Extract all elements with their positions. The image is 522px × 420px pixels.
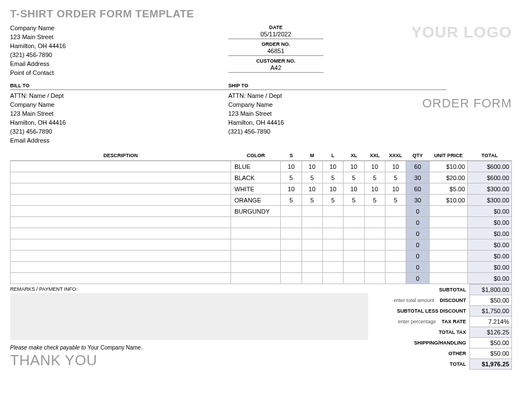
cell-up[interactable] <box>429 206 467 217</box>
cell-qty[interactable]: 0 <box>406 217 429 228</box>
cell-xxxl[interactable] <box>385 273 406 284</box>
cell-qty[interactable]: 0 <box>406 273 429 284</box>
cell-tot[interactable]: $0.00 <box>468 239 512 251</box>
cell-color[interactable] <box>231 251 281 262</box>
cell-tot[interactable]: $0.00 <box>468 273 512 284</box>
other-value[interactable]: $50.00 <box>469 348 512 359</box>
cell-qty[interactable]: 30 <box>406 195 429 206</box>
cell-xxl[interactable] <box>364 228 385 239</box>
cell-xxl[interactable]: 10 <box>364 183 385 195</box>
cell-color[interactable]: BLUE <box>231 161 281 172</box>
cell-desc[interactable] <box>11 217 231 228</box>
cell-s[interactable]: 5 <box>281 172 302 183</box>
cell-up[interactable] <box>429 273 467 284</box>
cell-l[interactable]: 10 <box>322 161 343 172</box>
cell-tot[interactable]: $600.00 <box>468 172 512 183</box>
cell-s[interactable] <box>281 262 302 273</box>
cell-color[interactable] <box>231 273 281 284</box>
cell-m[interactable] <box>302 251 322 262</box>
cell-xxxl[interactable]: 5 <box>385 172 406 183</box>
cell-qty[interactable]: 0 <box>406 239 429 251</box>
tax-rate-value[interactable]: 7.214% <box>469 316 512 327</box>
cell-qty[interactable]: 0 <box>406 262 429 273</box>
discount-value[interactable]: $50.00 <box>469 295 512 306</box>
cell-qty[interactable]: 60 <box>406 183 429 195</box>
cell-xl[interactable]: 10 <box>344 183 364 195</box>
cell-tot[interactable]: $0.00 <box>468 206 512 217</box>
cell-l[interactable] <box>322 262 343 273</box>
cell-color[interactable] <box>231 262 281 273</box>
cell-desc[interactable] <box>11 161 231 172</box>
cell-s[interactable] <box>281 206 302 217</box>
cell-xxxl[interactable] <box>385 217 406 228</box>
cell-tot[interactable]: $0.00 <box>468 228 512 239</box>
cell-color[interactable]: BLACK <box>231 172 281 183</box>
cell-tot[interactable]: $600.00 <box>468 161 512 172</box>
cell-xxl[interactable]: 5 <box>364 172 385 183</box>
cell-xxxl[interactable]: 10 <box>385 161 406 172</box>
cell-xxl[interactable] <box>364 206 385 217</box>
cell-m[interactable]: 10 <box>302 183 322 195</box>
cell-desc[interactable] <box>11 228 231 239</box>
cell-xl[interactable] <box>344 217 364 228</box>
cell-s[interactable] <box>281 217 302 228</box>
cell-qty[interactable]: 60 <box>406 161 429 172</box>
cell-up[interactable] <box>429 251 467 262</box>
cell-color[interactable] <box>231 228 281 239</box>
cell-s[interactable]: 10 <box>281 161 302 172</box>
cell-up[interactable] <box>429 262 467 273</box>
cell-tot[interactable]: $0.00 <box>468 262 512 273</box>
cell-xl[interactable] <box>344 251 364 262</box>
cell-tot[interactable]: $300.00 <box>468 195 512 206</box>
cell-desc[interactable] <box>11 172 231 183</box>
cell-xxl[interactable] <box>364 217 385 228</box>
cell-xxl[interactable] <box>364 251 385 262</box>
cell-xxxl[interactable] <box>385 206 406 217</box>
cell-xxxl[interactable] <box>385 228 406 239</box>
cell-s[interactable] <box>281 273 302 284</box>
cell-up[interactable] <box>429 217 467 228</box>
cell-m[interactable] <box>302 228 322 239</box>
cell-color[interactable]: BURGUNDY <box>231 206 281 217</box>
cell-color[interactable] <box>231 217 281 228</box>
cell-desc[interactable] <box>11 239 231 251</box>
cell-m[interactable] <box>302 206 322 217</box>
cell-color[interactable]: WHITE <box>231 183 281 195</box>
cell-l[interactable]: 10 <box>322 183 343 195</box>
cell-xxxl[interactable] <box>385 239 406 251</box>
cell-up[interactable]: $5.00 <box>429 183 467 195</box>
cell-desc[interactable] <box>11 251 231 262</box>
cell-s[interactable] <box>281 251 302 262</box>
cell-xl[interactable] <box>344 239 364 251</box>
cell-xxl[interactable]: 5 <box>364 195 385 206</box>
cell-l[interactable] <box>322 228 343 239</box>
cell-desc[interactable] <box>11 195 231 206</box>
cell-xl[interactable]: 5 <box>344 172 364 183</box>
cell-qty[interactable]: 30 <box>406 172 429 183</box>
cell-xl[interactable] <box>344 228 364 239</box>
cell-up[interactable]: $10.00 <box>429 161 467 172</box>
cell-l[interactable] <box>322 206 343 217</box>
cell-l[interactable] <box>322 273 343 284</box>
cell-l[interactable] <box>322 239 343 251</box>
cell-xl[interactable]: 10 <box>344 161 364 172</box>
cell-up[interactable]: $10.00 <box>429 195 467 206</box>
shipping-value[interactable]: $50.00 <box>469 337 512 348</box>
cell-up[interactable] <box>429 228 467 239</box>
cell-s[interactable]: 10 <box>281 183 302 195</box>
cell-desc[interactable] <box>11 183 231 195</box>
cell-up[interactable] <box>429 239 467 251</box>
cell-tot[interactable]: $0.00 <box>468 217 512 228</box>
cell-l[interactable]: 5 <box>322 195 343 206</box>
cell-desc[interactable] <box>11 206 231 217</box>
cell-s[interactable]: 5 <box>281 195 302 206</box>
cell-xl[interactable] <box>344 273 364 284</box>
cell-xxl[interactable] <box>364 273 385 284</box>
cell-m[interactable] <box>302 239 322 251</box>
cell-m[interactable]: 5 <box>302 172 322 183</box>
cell-xxl[interactable]: 10 <box>364 161 385 172</box>
remarks-box[interactable] <box>10 293 368 340</box>
cell-qty[interactable]: 0 <box>406 251 429 262</box>
cell-xl[interactable] <box>344 262 364 273</box>
cell-l[interactable] <box>322 251 343 262</box>
